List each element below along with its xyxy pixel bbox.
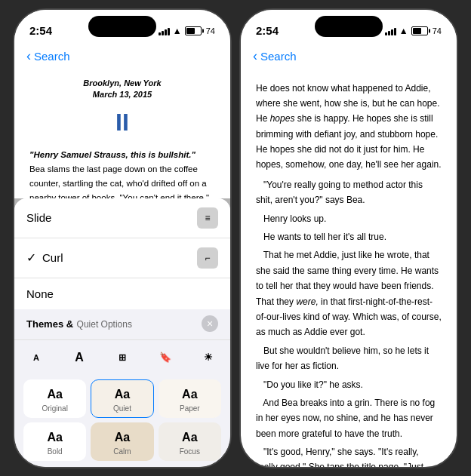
theme-card-original[interactable]: Aa Original — [23, 379, 86, 418]
theme-card-focus[interactable]: Aa Focus — [159, 422, 221, 461]
slide-label: Slide — [26, 211, 197, 224]
theme-preview-focus: Aa — [182, 431, 197, 444]
theme-preview-calm: Aa — [115, 431, 130, 444]
signal-icon-right — [385, 26, 396, 35]
slide-menu-item-curl[interactable]: ✓ Curl ⌐ — [14, 238, 230, 278]
check-icon: ✓ — [26, 250, 36, 265]
notch-left — [88, 16, 156, 37]
back-button-right[interactable]: ‹ Search — [253, 48, 297, 64]
status-icons-right: ▲ 74 — [385, 26, 442, 36]
book-location: Brooklyn, New York March 13, 2015 — [29, 78, 215, 101]
curl-icon: ⌐ — [197, 247, 218, 269]
signal-icon — [159, 26, 170, 35]
theme-card-bold[interactable]: Aa Bold — [23, 422, 86, 461]
wifi-icon-right: ▲ — [399, 26, 408, 36]
none-label: None — [26, 287, 218, 300]
back-arrow-right: ‹ — [253, 48, 257, 64]
reader-toolbar: A A ⊞ 🔖 ☀ — [14, 339, 230, 375]
book-header: Brooklyn, New York March 13, 2015 II — [29, 78, 215, 143]
theme-name-bold: Bold — [48, 447, 63, 456]
theme-name-focus: Focus — [180, 447, 200, 456]
battery-icon-right — [411, 26, 428, 35]
bookmark-button[interactable]: 🔖 — [152, 345, 178, 370]
brightness-button[interactable]: ☀ — [195, 345, 221, 370]
theme-card-paper[interactable]: Aa Paper — [159, 379, 221, 418]
theme-name-original: Original — [42, 404, 67, 413]
status-bar-left: 2:54 ▲ 74 — [14, 10, 230, 43]
right-phone: 2:54 ▲ 74 ‹ Search — [239, 8, 458, 468]
theme-preview-original: Aa — [47, 388, 62, 401]
curl-label: Curl — [42, 251, 197, 264]
theme-grid: Aa Original Aa Quiet Aa Paper Aa Bold — [14, 375, 230, 467]
slide-menu-item-slide[interactable]: Slide ≡ — [14, 198, 230, 238]
phones-container: 2:54 ▲ 74 ‹ Search — [0, 0, 471, 476]
back-button-left[interactable]: ‹ Search — [26, 48, 70, 64]
theme-preview-paper: Aa — [182, 388, 197, 401]
theme-card-calm[interactable]: Aa Calm — [91, 422, 153, 461]
font-selector-button[interactable]: ⊞ — [109, 345, 135, 370]
back-label-right: Search — [260, 50, 297, 63]
themes-header: Themes & Quiet Options × — [26, 315, 218, 332]
slide-icon: ≡ — [197, 207, 218, 229]
nav-bar-left: ‹ Search — [14, 43, 230, 70]
themes-section: Themes & Quiet Options × — [14, 309, 230, 339]
themes-title: Themes & Quiet Options — [26, 317, 132, 330]
time-right: 2:54 — [256, 24, 279, 37]
wifi-icon: ▲ — [173, 26, 182, 36]
theme-preview-bold: Aa — [47, 431, 62, 444]
slide-menu: Slide ≡ ✓ Curl ⌐ None Themes & — [14, 198, 230, 467]
slide-menu-item-none[interactable]: None — [14, 278, 230, 309]
battery-icon — [185, 26, 202, 35]
theme-card-quiet[interactable]: Aa Quiet — [91, 379, 153, 418]
status-icons-left: ▲ 74 — [159, 26, 215, 36]
left-phone: 2:54 ▲ 74 ‹ Search — [13, 8, 232, 468]
overlay-panel: Slide ≡ ✓ Curl ⌐ None Themes & — [14, 198, 230, 467]
large-font-button[interactable]: A — [66, 345, 92, 370]
book-chapter: II — [29, 103, 215, 142]
battery-label-left: 74 — [206, 26, 215, 35]
theme-preview-quiet: Aa — [115, 388, 130, 401]
battery-label-right: 74 — [433, 26, 442, 35]
notch-right — [315, 16, 383, 37]
back-arrow-left: ‹ — [26, 48, 31, 64]
themes-close-button[interactable]: × — [202, 315, 218, 332]
nav-bar-right: ‹ Search — [241, 43, 457, 70]
back-label-left: Search — [34, 50, 70, 63]
time-left: 2:54 — [29, 24, 52, 37]
book-content-right: He does not know what happened to Addie,… — [241, 70, 457, 467]
theme-name-paper: Paper — [180, 404, 200, 413]
theme-name-quiet: Quiet — [113, 404, 131, 413]
small-font-button[interactable]: A — [23, 345, 49, 370]
theme-name-calm: Calm — [113, 447, 131, 456]
status-bar-right: 2:54 ▲ 74 — [241, 10, 457, 43]
